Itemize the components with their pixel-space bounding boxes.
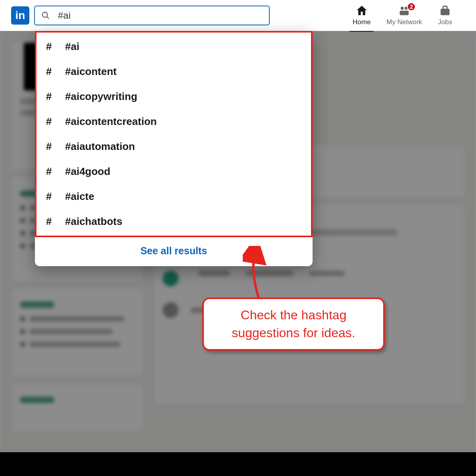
suggestion-label: #aiautomation xyxy=(65,140,135,153)
svg-point-2 xyxy=(401,7,404,10)
jobs-icon xyxy=(439,5,451,17)
hashtag-icon: # xyxy=(46,190,58,203)
search-field-wrap[interactable] xyxy=(34,6,270,25)
network-badge: 2 xyxy=(407,2,416,11)
nav-home[interactable]: Home xyxy=(353,5,370,26)
suggestion-item[interactable]: ##aiautomation xyxy=(36,134,311,159)
hashtag-icon: # xyxy=(46,90,58,103)
nav-network-label: My Network xyxy=(386,18,422,26)
suggestion-item[interactable]: ##aicte xyxy=(36,184,311,209)
search-icon xyxy=(41,11,50,20)
bottom-bar xyxy=(0,452,476,476)
suggestion-item[interactable]: ##ai4good xyxy=(36,159,311,184)
nav-my-network[interactable]: 2 My Network xyxy=(386,5,422,26)
suggestion-label: #ai xyxy=(65,40,79,53)
suggestion-label: #aicte xyxy=(65,190,94,203)
hashtag-icon: # xyxy=(46,65,58,78)
suggestion-label: #aicontent xyxy=(65,65,117,78)
linkedin-logo[interactable]: in xyxy=(11,6,29,25)
nav-jobs[interactable]: Jobs xyxy=(438,5,452,26)
hashtag-icon: # xyxy=(46,140,58,153)
svg-point-0 xyxy=(42,12,48,17)
suggestion-item[interactable]: ##aichatbots xyxy=(36,209,311,234)
svg-line-1 xyxy=(47,17,49,19)
hashtag-icon: # xyxy=(46,40,58,53)
hashtag-icon: # xyxy=(46,215,58,228)
svg-rect-5 xyxy=(404,11,409,15)
search-suggestions-dropdown: ##ai ##aicontent ##aicopywriting ##aicon… xyxy=(35,31,313,266)
hashtag-icon: # xyxy=(46,165,58,178)
suggestion-label: #ai4good xyxy=(65,165,110,178)
top-navigation: in Home 2 My Network Jobs xyxy=(0,0,476,31)
suggestion-label: #aicontentcreation xyxy=(65,115,157,128)
suggestion-item[interactable]: ##aicontent xyxy=(36,59,311,84)
svg-rect-6 xyxy=(441,9,450,15)
nav-items: Home 2 My Network Jobs xyxy=(353,5,468,26)
nav-home-label: Home xyxy=(353,18,370,26)
hashtag-icon: # xyxy=(46,115,58,128)
suggestion-item[interactable]: ##aicontentcreation xyxy=(36,109,311,134)
suggestion-label: #aicopywriting xyxy=(65,90,137,103)
search-input[interactable] xyxy=(58,10,263,21)
suggestion-label: #aichatbots xyxy=(65,215,123,228)
suggestion-item[interactable]: ##aicopywriting xyxy=(36,84,311,109)
nav-jobs-label: Jobs xyxy=(438,18,452,26)
home-icon xyxy=(356,5,368,17)
annotation-arrow xyxy=(243,246,274,301)
suggestion-item[interactable]: ##ai xyxy=(36,34,311,59)
suggestions-highlight-box: ##ai ##aicontent ##aicopywriting ##aicon… xyxy=(35,31,313,237)
annotation-callout: Check the hashtag suggestions for ideas. xyxy=(202,298,385,351)
